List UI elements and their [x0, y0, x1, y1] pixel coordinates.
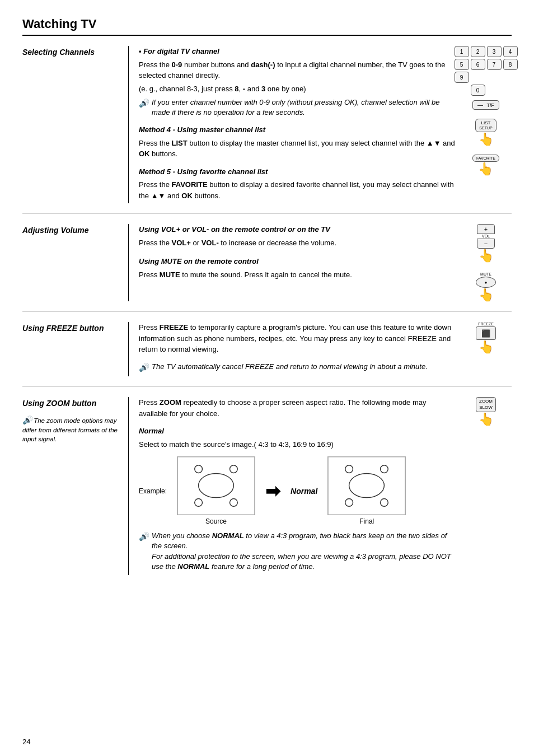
selecting-channels-section: Selecting Channels • For digital TV chan… [22, 46, 512, 214]
selecting-channels-icons: 1 2 3 4 5 6 7 8 9 0 — T/F LISTSETUP 👆 [456, 46, 512, 203]
zoom-button-group: ZOOMSLOW 👆 [476, 397, 496, 426]
vol-control: + VOL − [477, 224, 495, 249]
mute-block: Using MUTE on the remote control Press M… [139, 256, 456, 280]
final-label: Final [359, 517, 374, 525]
mute-label-top: MUTE [480, 272, 491, 276]
speaker-icon4: 🔊 [139, 531, 148, 543]
num-5[interactable]: 5 [455, 59, 469, 70]
zoom-label: Using ZOOM button 🔊 The zoom mode option… [22, 397, 129, 575]
freeze-label-top: FREEZE [478, 322, 494, 326]
method5-block: Method 5 - Using favorite channel list P… [139, 166, 456, 202]
num-7[interactable]: 7 [487, 59, 502, 70]
zoom-section: Using ZOOM button 🔊 The zoom mode option… [22, 397, 512, 585]
num-6[interactable]: 6 [471, 59, 485, 70]
normal-label: Normal [291, 487, 317, 496]
speaker-icon3: 🔊 [22, 416, 32, 424]
zoom-side-note: 🔊 The zoom mode options may differ from … [22, 415, 120, 444]
adjusting-volume-section: Adjusting Volume Using VOL+ or VOL- on t… [22, 224, 512, 312]
hand-pointing-icon2: 👆 [478, 163, 493, 175]
digital-note: 🔊 If you enter channel number with 0-9 o… [139, 97, 456, 118]
zoom-button[interactable]: ZOOMSLOW [476, 397, 496, 412]
hand-pointing-icon3: 👆 [479, 250, 494, 262]
selecting-channels-label: Selecting Channels [22, 46, 129, 203]
adjusting-volume-content: Using VOL+ or VOL- on the remote control… [139, 224, 456, 301]
freeze-text-block: Press FREEZE to temporarily capture a pr… [139, 322, 456, 355]
num-4[interactable]: 4 [503, 46, 518, 57]
favorite-button[interactable]: FAVORITE [472, 155, 499, 162]
speaker-icon: 🔊 [139, 98, 148, 109]
list-button[interactable]: LISTSETUP [475, 119, 496, 132]
final-screen-svg [328, 457, 405, 515]
vol-label: VOL [482, 234, 490, 239]
adjusting-volume-label: Adjusting Volume [22, 224, 129, 301]
freeze-section: Using FREEZE button Press FREEZE to temp… [22, 322, 512, 387]
zoom-icons: ZOOMSLOW 👆 [456, 397, 512, 575]
source-screen [177, 456, 255, 515]
method4-block: Method 4 - Using master channel list Pre… [139, 124, 456, 160]
freeze-icons: FREEZE ⬛ 👆 [456, 322, 512, 376]
vol-up-button[interactable]: + [477, 224, 495, 234]
screen-diagram: Example: Source [139, 456, 456, 525]
example-label: Example: [139, 487, 167, 495]
tf-button-group: — T/F [472, 100, 499, 110]
zoom-content: Press ZOOM repeatedly to choose a proper… [139, 397, 456, 575]
numpad-group: 1 2 3 4 5 6 7 8 9 0 — T/F [455, 46, 518, 110]
final-screen-box: Final [327, 456, 406, 525]
speaker-icon2: 🔊 [139, 362, 148, 374]
vol-block: Using VOL+ or VOL- on the remote control… [139, 224, 456, 248]
digital-channel-block: • For digital TV channel Press the 0-9 n… [139, 46, 456, 118]
page-title: Watching TV [22, 17, 512, 36]
vol-button-group: + VOL − 👆 [477, 224, 495, 262]
hand-pointing-icon5: 👆 [479, 341, 494, 353]
num-9[interactable]: 9 [455, 72, 469, 83]
freeze-button[interactable]: ⬛ [476, 326, 496, 340]
arrow-icon: ➡ [265, 482, 280, 500]
normal-block: Normal Select to match the source's imag… [139, 426, 456, 450]
page-number: 24 [22, 738, 30, 746]
volume-icons: + VOL − 👆 MUTE ● 👆 [456, 224, 512, 301]
freeze-note: 🔊 The TV automatically cancel FREEZE and… [139, 362, 456, 374]
zoom-intro-block: Press ZOOM repeatedly to choose a proper… [139, 397, 456, 419]
freeze-label: Using FREEZE button [22, 322, 129, 376]
mute-button[interactable]: ● [476, 277, 496, 288]
zoom-note1: 🔊 When you choose NORMAL to view a 4:3 p… [139, 531, 456, 572]
hand-pointing-icon: 👆 [479, 133, 494, 146]
hand-pointing-icon4: 👆 [479, 289, 494, 301]
num-0[interactable]: 0 [471, 85, 485, 96]
mute-button-group: MUTE ● 👆 [476, 272, 496, 301]
svg-rect-0 [177, 457, 254, 515]
list-button-group: LISTSETUP 👆 [475, 119, 496, 146]
numpad: 1 2 3 4 5 6 7 8 9 0 [455, 46, 518, 96]
num-1[interactable]: 1 [455, 46, 469, 57]
vol-down-button[interactable]: − [477, 239, 495, 249]
source-screen-svg [177, 457, 255, 515]
tf-button[interactable]: — T/F [472, 100, 499, 110]
num-3[interactable]: 3 [487, 46, 502, 57]
source-screen-box: Source [177, 456, 255, 525]
selecting-channels-content: • For digital TV channel Press the 0-9 n… [139, 46, 456, 203]
freeze-content: Press FREEZE to temporarily capture a pr… [139, 322, 456, 376]
hand-pointing-icon6: 👆 [479, 413, 494, 426]
num-8[interactable]: 8 [503, 59, 518, 70]
final-screen [327, 456, 406, 515]
num-2[interactable]: 2 [471, 46, 485, 57]
freeze-button-group: FREEZE ⬛ 👆 [476, 322, 496, 353]
source-label: Source [205, 517, 227, 525]
svg-rect-6 [329, 457, 405, 515]
favorite-button-group: FAVORITE 👆 [472, 155, 499, 175]
